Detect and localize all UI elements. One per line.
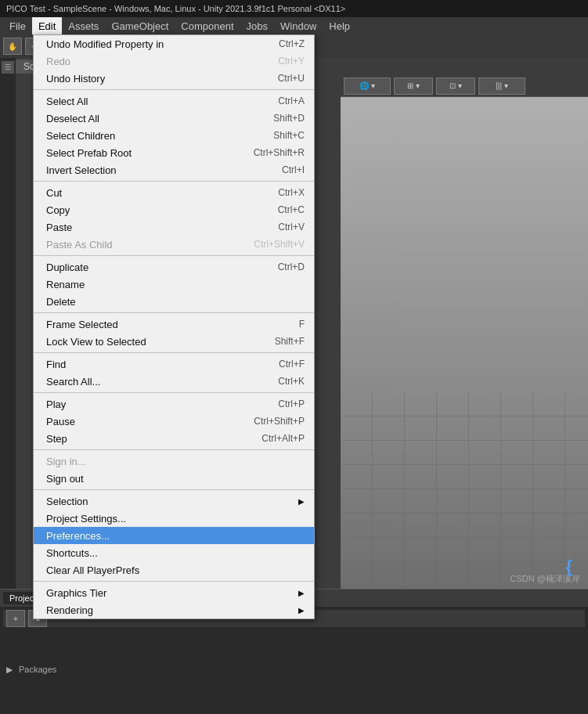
menu-item-selection[interactable]: Selection ▶ (34, 492, 314, 510)
select-prefab-root-label: Select Prefab Root (46, 147, 235, 159)
menu-help[interactable]: Help (323, 17, 356, 34)
menu-item-select-prefab-root[interactable]: Select Prefab Root Ctrl+Shift+R (34, 144, 314, 161)
menu-item-frame-selected[interactable]: Frame Selected F (34, 316, 314, 333)
rendering-label: Rendering (46, 604, 292, 616)
deselect-all-label: Deselect All (46, 113, 254, 124)
edit-dropdown-menu: Undo Modified Property in Ctrl+Z Redo Ct… (33, 34, 315, 619)
package-item: ▶ Packages (6, 665, 56, 675)
menu-jobs[interactable]: Jobs (240, 17, 274, 34)
redo-shortcut: Ctrl+Y (278, 56, 305, 67)
invert-selection-shortcut: Ctrl+I (282, 164, 305, 175)
sep-3 (34, 255, 314, 256)
menu-item-rendering[interactable]: Rendering ▶ (34, 601, 314, 618)
hand-tool-btn[interactable]: ✋ (3, 38, 22, 55)
undo-label: Undo Modified Property in (46, 38, 260, 50)
sep-5 (34, 352, 314, 353)
select-children-label: Select Children (46, 130, 254, 142)
duplicate-shortcut: Ctrl+D (278, 261, 305, 272)
sep-6 (34, 392, 314, 393)
preferences-label: Preferences... (46, 530, 286, 542)
menu-item-step[interactable]: Step Ctrl+Alt+P (34, 430, 314, 447)
menu-item-copy[interactable]: Copy Ctrl+C (34, 201, 314, 218)
hierarchy-icon[interactable]: ☰ (2, 61, 14, 74)
menu-item-sign-in[interactable]: Sign in... (34, 453, 314, 470)
menu-item-undo[interactable]: Undo Modified Property in Ctrl+Z (34, 35, 314, 52)
title-bar: PICO Test - SampleScene - Windows, Mac, … (0, 0, 588, 17)
find-label: Find (46, 359, 260, 370)
sep-7 (34, 449, 314, 450)
select-children-shortcut: Shift+C (273, 130, 305, 141)
paste-shortcut: Ctrl+V (278, 222, 305, 233)
duplicate-label: Duplicate (46, 261, 259, 273)
sep-2 (34, 181, 314, 182)
menu-edit[interactable]: Edit (32, 17, 62, 34)
paste-as-child-label: Paste As Child (46, 239, 235, 251)
sign-in-label: Sign in... (46, 456, 286, 467)
menu-item-cut[interactable]: Cut Ctrl+X (34, 184, 314, 201)
undo-shortcut: Ctrl+Z (279, 38, 305, 49)
menu-item-deselect-all[interactable]: Deselect All Shift+D (34, 110, 314, 127)
menu-item-delete[interactable]: Delete (34, 293, 314, 310)
menu-component[interactable]: Component (175, 17, 240, 34)
menu-item-select-all[interactable]: Select All Ctrl+A (34, 92, 314, 110)
select-all-label: Select All (46, 96, 259, 107)
add-folder-btn[interactable]: + (6, 610, 25, 627)
redo-label: Redo (46, 56, 259, 67)
menu-item-search-all[interactable]: Search All... Ctrl+K (34, 373, 314, 390)
paste-as-child-shortcut: Ctrl+Shift+V (254, 239, 305, 250)
menu-item-select-children[interactable]: Select Children Shift+C (34, 127, 314, 144)
shortcuts-label: Shortcuts... (46, 547, 286, 559)
gizmo-btn[interactable]: ||| ▾ (478, 78, 525, 95)
paste-label: Paste (46, 222, 259, 233)
menu-window[interactable]: Window (274, 17, 323, 34)
menu-item-duplicate[interactable]: Duplicate Ctrl+D (34, 258, 314, 276)
menu-item-graphics-tier[interactable]: Graphics Tier ▶ (34, 584, 314, 601)
step-shortcut: Ctrl+Alt+P (262, 433, 305, 444)
find-shortcut: Ctrl+F (279, 359, 305, 370)
menu-item-clear-playerprefs[interactable]: Clear All PlayerPrefs (34, 561, 314, 579)
menu-item-invert-selection[interactable]: Invert Selection Ctrl+I (34, 161, 314, 178)
deselect-all-shortcut: Shift+D (273, 113, 305, 124)
sep-4 (34, 312, 314, 313)
menu-assets[interactable]: Assets (62, 17, 105, 34)
menu-item-find[interactable]: Find Ctrl+F (34, 355, 314, 373)
menu-item-undo-history[interactable]: Undo History Ctrl+U (34, 70, 314, 87)
sign-out-label: Sign out (46, 473, 286, 485)
menu-item-paste[interactable]: Paste Ctrl+V (34, 218, 314, 236)
menu-item-play[interactable]: Play Ctrl+P (34, 395, 314, 413)
copy-shortcut: Ctrl+C (278, 204, 305, 215)
scale-btn[interactable]: ⊞ ▾ (394, 78, 433, 95)
menu-gameobject[interactable]: GameObject (105, 17, 175, 34)
select-prefab-root-shortcut: Ctrl+Shift+R (254, 147, 305, 158)
copy-label: Copy (46, 204, 259, 216)
menu-file[interactable]: File (3, 17, 32, 34)
search-all-shortcut: Ctrl+K (278, 376, 305, 387)
menu-item-paste-as-child[interactable]: Paste As Child Ctrl+Shift+V (34, 236, 314, 253)
rename-label: Rename (46, 279, 286, 290)
aspect-ratio-btn[interactable]: 🌐 ▾ (344, 78, 391, 95)
play-label: Play (46, 398, 259, 410)
maximize-btn[interactable]: ⊡ ▾ (436, 78, 475, 95)
menu-item-redo[interactable]: Redo Ctrl+Y (34, 52, 314, 70)
menu-item-preferences[interactable]: Preferences... (34, 527, 314, 544)
clear-playerprefs-label: Clear All PlayerPrefs (46, 564, 286, 576)
step-label: Step (46, 433, 243, 445)
menu-item-rename[interactable]: Rename (34, 276, 314, 293)
lock-view-label: Lock View to Selected (46, 336, 256, 348)
sep-9 (34, 581, 314, 582)
delete-label: Delete (46, 296, 286, 308)
menu-item-sign-out[interactable]: Sign out (34, 470, 314, 487)
play-shortcut: Ctrl+P (278, 398, 305, 409)
cut-shortcut: Ctrl+X (278, 187, 305, 198)
menu-item-shortcuts[interactable]: Shortcuts... (34, 544, 314, 561)
lock-view-shortcut: Shift+F (275, 336, 305, 347)
menu-item-project-settings[interactable]: Project Settings... (34, 510, 314, 527)
game-viewport (341, 97, 588, 589)
pico-branding: { (565, 557, 572, 577)
menu-item-pause[interactable]: Pause Ctrl+Shift+P (34, 413, 314, 430)
frame-selected-shortcut: F (299, 319, 305, 330)
menu-item-lock-view[interactable]: Lock View to Selected Shift+F (34, 333, 314, 350)
title-text: PICO Test - SampleScene - Windows, Mac, … (6, 4, 345, 13)
frame-selected-label: Frame Selected (46, 319, 280, 330)
rendering-arrow: ▶ (298, 606, 305, 615)
